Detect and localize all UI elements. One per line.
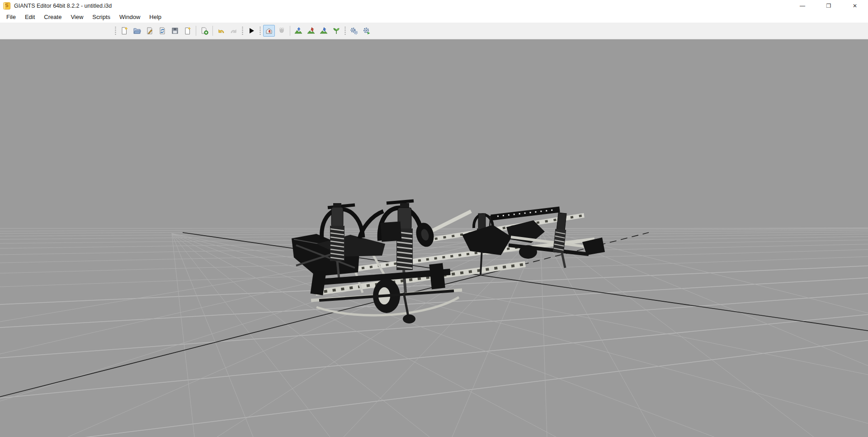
viewport-svg[interactable] <box>0 39 868 437</box>
camera-home-icon <box>265 27 273 35</box>
menu-edit[interactable]: Edit <box>20 11 39 23</box>
window-title: GIANTS Editor 64bit 8.2.2 - untitled.i3d <box>14 3 112 9</box>
redo-icon <box>230 27 238 35</box>
terrain-sculpt-mode-button[interactable] <box>292 25 304 37</box>
save-file-button[interactable] <box>169 25 181 37</box>
save-file-as-button[interactable] <box>182 25 193 37</box>
reload-file-icon <box>158 27 166 35</box>
terrain-foliage-icon <box>320 27 328 35</box>
terrain-info-icon <box>332 27 340 35</box>
script-runner-button[interactable] <box>361 25 373 37</box>
viewport-3d[interactable] <box>0 39 868 437</box>
save-as-file-icon <box>184 27 192 35</box>
menu-help[interactable]: Help <box>145 11 166 23</box>
menu-file[interactable]: File <box>2 11 20 23</box>
toolbar-grip <box>114 26 117 36</box>
restore-button[interactable]: ❐ <box>816 0 842 11</box>
menu-window[interactable]: Window <box>115 11 145 23</box>
redo-button[interactable] <box>228 25 240 37</box>
terrain-paint-icon <box>307 27 315 35</box>
toolbar <box>0 23 868 39</box>
editor-settings-button[interactable] <box>348 25 360 37</box>
play-icon <box>247 27 255 35</box>
menu-view[interactable]: View <box>66 11 88 23</box>
gear-play-icon <box>363 27 371 35</box>
undo-button[interactable] <box>215 25 227 37</box>
camera-home-button[interactable] <box>263 25 275 37</box>
giants-logo-icon <box>3 2 10 10</box>
menu-create[interactable]: Create <box>39 11 66 23</box>
open-file-icon <box>133 27 141 35</box>
close-button[interactable]: ✕ <box>842 0 868 11</box>
toolbar-separator <box>196 26 196 36</box>
open-file-button[interactable] <box>131 25 143 37</box>
terrain-sculpt-icon <box>294 27 302 35</box>
toolbar-separator <box>290 26 290 36</box>
terrain-paint-mode-button[interactable] <box>305 25 317 37</box>
titlebar: GIANTS Editor 64bit 8.2.2 - untitled.i3d… <box>0 0 868 11</box>
edit-file-button[interactable] <box>144 25 156 37</box>
minimize-button[interactable]: — <box>789 0 816 11</box>
undo-icon <box>217 27 225 35</box>
new-file-button[interactable] <box>118 25 130 37</box>
toolbar-separator <box>212 26 213 36</box>
menu-scripts[interactable]: Scripts <box>88 11 115 23</box>
edit-file-icon <box>146 27 154 35</box>
play-simulation-button[interactable] <box>245 25 257 37</box>
import-file-button[interactable] <box>198 25 210 37</box>
save-file-icon <box>171 27 179 35</box>
new-file-icon <box>120 27 128 35</box>
terrain-foliage-mode-button[interactable] <box>318 25 330 37</box>
gears-icon <box>350 27 358 35</box>
snap-magnet-button[interactable] <box>276 25 288 37</box>
import-file-icon <box>200 27 208 35</box>
terrain-info-mode-button[interactable] <box>330 25 342 37</box>
toolbar-grip <box>259 26 261 36</box>
menubar: FileEditCreateViewScriptsWindowHelp <box>0 11 868 23</box>
reload-file-button[interactable] <box>156 25 168 37</box>
suspension-model[interactable] <box>292 201 605 323</box>
toolbar-grip <box>241 26 244 36</box>
magnet-icon <box>278 27 286 35</box>
toolbar-grip <box>344 26 346 36</box>
